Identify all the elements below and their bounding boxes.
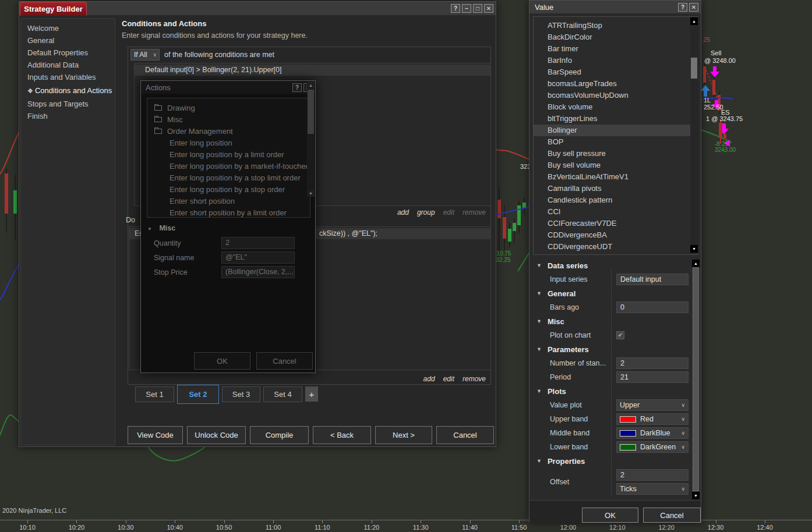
property-grid-scrollbar[interactable]: ▲ ▼ xyxy=(692,259,700,500)
parameter-input[interactable]: (Bollinger(Close, 2,... xyxy=(221,266,295,278)
parameter-input[interactable]: @"EL" xyxy=(221,251,295,264)
section-header-plots[interactable]: ▼Plots xyxy=(529,384,691,398)
add-set-button[interactable]: + xyxy=(305,386,318,402)
scrollbar-thumb[interactable] xyxy=(308,90,314,134)
indicator-item-bollinger[interactable]: Bollinger xyxy=(534,125,698,136)
scroll-down-icon[interactable]: ▼ xyxy=(692,492,700,499)
indicator-item-bcomasvolumeupdown[interactable]: bcomasVolumeUpDown xyxy=(534,90,698,101)
actions-tree-item-misc[interactable]: Misc xyxy=(147,114,310,125)
sidebar-item-default-properties[interactable]: Default Properties xyxy=(21,47,115,59)
indicator-item-candlestick-pattern[interactable]: Candlestick pattern xyxy=(534,194,698,206)
indicator-item-cddivergenceba[interactable]: CDDivergenceBA xyxy=(534,229,698,241)
actions-tree-item-enter-long-position[interactable]: Enter long position xyxy=(147,137,310,148)
link-add[interactable]: add xyxy=(423,375,435,383)
close-button[interactable]: ✕ xyxy=(484,4,493,13)
sidebar-item-stops-and-targets[interactable]: Stops and Targets xyxy=(21,98,115,110)
section-header-properties[interactable]: ▼Properties xyxy=(529,454,691,468)
checkbox[interactable]: ✔ xyxy=(616,331,624,339)
indicator-item-bzverticallineattimev1[interactable]: BzVerticalLineAtTimeV1 xyxy=(534,171,698,183)
indicator-item-bop[interactable]: BOP xyxy=(534,136,698,148)
property-color-select[interactable]: Red∨ xyxy=(616,413,689,425)
button-unlock-code[interactable]: Unlock Code xyxy=(187,426,246,444)
indicator-item-cddivergenceudt[interactable]: CDDivergenceUDT xyxy=(534,241,698,253)
indicator-list-scrollbar[interactable]: ▲ ▼ xyxy=(690,17,698,253)
indicator-item-bar-timer[interactable]: Bar timer xyxy=(534,43,698,55)
actions-tree-item-enter-long-position-by-a-stop-order[interactable]: Enter long position by a stop order xyxy=(147,183,310,195)
help-button[interactable]: ? xyxy=(451,4,460,13)
property-color-select[interactable]: DarkBlue∨ xyxy=(616,427,689,439)
indicator-item-block-volume[interactable]: Block volume xyxy=(534,101,698,113)
actions-tree-item-enter-long-position-by-a-limit-order[interactable]: Enter long position by a limit order xyxy=(147,148,310,160)
button-view-code[interactable]: View Code xyxy=(128,426,183,444)
sidebar-item-conditions-and-actions[interactable]: ❖ Conditions and Actions xyxy=(21,84,115,97)
property-input[interactable]: 21 xyxy=(616,371,689,383)
button-cancel[interactable]: Cancel xyxy=(436,426,494,444)
indicator-item-backdircolor[interactable]: BackDirColor xyxy=(534,31,698,43)
sidebar-item-welcome[interactable]: Welcome xyxy=(21,22,115,34)
scrollbar-thumb[interactable] xyxy=(691,58,697,79)
close-button[interactable]: ✕ xyxy=(689,3,698,12)
actions-tree-item-enter-short-position[interactable]: Enter short position xyxy=(147,195,310,207)
cancel-button[interactable]: Cancel xyxy=(643,508,701,523)
indicator-item-camarilla-pivots[interactable]: Camarilla pivots xyxy=(534,183,698,194)
property-input[interactable]: 0 xyxy=(616,302,689,313)
button-compile[interactable]: Compile xyxy=(250,426,309,444)
indicator-item-cci[interactable]: CCI xyxy=(534,206,698,218)
property-input[interactable]: 2 xyxy=(616,469,689,481)
value-window-titlebar[interactable]: Value ? ✕ xyxy=(529,1,701,13)
link-group[interactable]: group xyxy=(417,208,435,217)
scroll-up-icon[interactable]: ▲ xyxy=(692,260,700,267)
strategy-builder-titlebar[interactable]: Strategy Builder ? – □ ✕ xyxy=(19,2,496,15)
sidebar-item-finish[interactable]: Finish xyxy=(21,110,115,122)
link-add[interactable]: add xyxy=(397,208,409,217)
cancel-button[interactable]: Cancel xyxy=(256,352,313,370)
section-header-parameters[interactable]: ▼Parameters xyxy=(529,342,691,356)
button-back[interactable]: < Back xyxy=(313,426,371,444)
tab-set-1[interactable]: Set 1 xyxy=(135,386,174,402)
scroll-down-icon[interactable]: ▼ xyxy=(690,245,698,253)
ok-button[interactable]: OK xyxy=(194,352,250,370)
indicator-item-barinfo[interactable]: BarInfo xyxy=(534,55,698,66)
property-unit-select[interactable]: Ticks∨ xyxy=(616,483,689,495)
indicator-item-blttriggerlines[interactable]: bltTriggerLines xyxy=(534,113,698,125)
section-header-misc[interactable]: ▼Misc xyxy=(529,314,691,328)
actions-tree-scrollbar[interactable]: ▲ ▼ xyxy=(307,81,315,197)
ok-button[interactable]: OK xyxy=(582,508,638,523)
actions-tree-item-order-management[interactable]: Order Management xyxy=(147,125,310,137)
scroll-up-icon[interactable]: ▲ xyxy=(307,81,315,88)
button-next[interactable]: Next > xyxy=(375,426,432,444)
indicator-item-atrtrailingstop[interactable]: ATRTrailingStop xyxy=(534,20,698,31)
misc-section-header[interactable]: ▼ Misc xyxy=(147,224,175,232)
tab-set-3[interactable]: Set 3 xyxy=(222,386,260,402)
tab-set-4[interactable]: Set 4 xyxy=(263,386,302,402)
actions-tree-item-drawing[interactable]: Drawing xyxy=(147,102,310,114)
link-remove[interactable]: remove xyxy=(463,375,486,383)
link-edit[interactable]: edit xyxy=(443,375,454,383)
tab-set-2[interactable]: Set 2 xyxy=(177,385,219,404)
section-header-data-series[interactable]: ▼Data series xyxy=(529,258,691,272)
property-input[interactable]: Default input xyxy=(616,274,689,285)
help-button[interactable]: ? xyxy=(678,3,687,12)
condition-mode-dropdown[interactable]: If All ∨ xyxy=(130,49,160,61)
minimize-button[interactable]: – xyxy=(462,4,471,13)
sidebar-item-general[interactable]: General xyxy=(21,34,115,47)
indicator-item-cciforecasterv7de[interactable]: CCIForecasterV7DE xyxy=(534,218,698,229)
indicator-item-buy-sell-pressure[interactable]: Buy sell pressure xyxy=(534,148,698,159)
maximize-button[interactable]: □ xyxy=(473,4,482,13)
indicator-item-buy-sell-volume[interactable]: Buy sell volume xyxy=(534,159,698,171)
actions-dialog-titlebar[interactable]: Actions ? ✕ xyxy=(141,81,315,94)
property-color-select[interactable]: DarkGreen∨ xyxy=(616,441,689,453)
sidebar-item-additional-data[interactable]: Additional Data xyxy=(21,59,115,71)
indicator-item-barspeed[interactable]: BarSpeed xyxy=(534,66,698,78)
scroll-up-icon[interactable]: ▲ xyxy=(690,17,698,25)
scrollbar-thumb[interactable] xyxy=(693,267,699,491)
help-button[interactable]: ? xyxy=(292,83,302,92)
condition-row[interactable]: Default input[0] > Bollinger(2, 21).Uppe… xyxy=(135,65,490,76)
property-select[interactable]: Upper∨ xyxy=(616,399,689,411)
actions-tree-item-enter-short-position-by-a-limit-order[interactable]: Enter short position by a limit order xyxy=(147,207,310,218)
actions-tree-item-enter-long-position-by-a-stop-limit-order[interactable]: Enter long position by a stop limit orde… xyxy=(147,172,310,183)
actions-tree-item-enter-long-position-by-a-market-if-touched[interactable]: Enter long position by a market-if-touch… xyxy=(147,160,310,172)
section-header-general[interactable]: ▼General xyxy=(529,286,691,300)
scroll-down-icon[interactable]: ▼ xyxy=(307,190,315,197)
property-input[interactable]: 2 xyxy=(616,357,689,369)
